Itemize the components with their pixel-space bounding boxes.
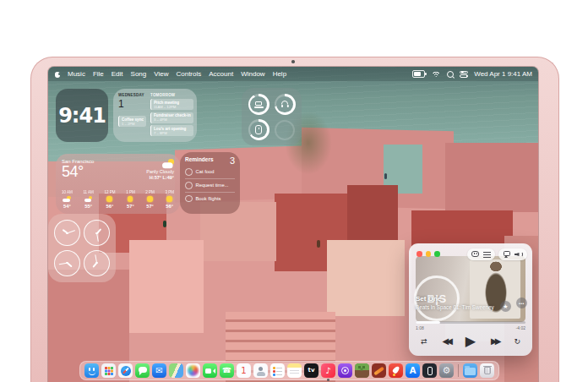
hour-temp: 57° [146,204,154,209]
calendar-event[interactable]: Lou's art opening 7 – 8PM [150,125,193,136]
world-clock-1 [54,220,80,246]
reminders-widget[interactable]: Reminders 3 Cat food Request time... [180,152,240,214]
hour-temp: 55° [84,204,92,209]
favorite-button[interactable]: ★ [500,301,511,312]
previous-button[interactable]: ◀◀ [443,337,450,346]
airplay-icon[interactable] [503,251,510,258]
search-icon[interactable] [447,71,454,78]
reminders-count: 3 [230,156,235,166]
menu-item[interactable]: Music [68,70,85,78]
wifi-icon[interactable] [431,71,441,77]
volume-icon[interactable] [514,251,523,258]
reminders-header: Reminders 3 [185,156,235,166]
calendar-event[interactable]: Pitch meeting 11AM – 12PM [150,99,193,110]
menu-item[interactable]: Controls [176,70,201,78]
dock-reminders[interactable] [270,363,285,378]
lyrics-icon[interactable] [471,251,479,258]
dock-finder[interactable] [84,363,99,378]
dock-maps[interactable] [169,363,183,378]
menu-item[interactable]: View [154,70,168,78]
menu-item[interactable]: Help [273,70,286,78]
more-button[interactable]: ••• [516,297,527,308]
track-metadata: Set One Beats In Space 01: Tim Sweeney [416,295,509,310]
reminder-item: Request time... [185,178,235,192]
dock-game[interactable] [355,363,369,378]
device-battery-icon [255,125,262,134]
reminder-checkbox[interactable] [185,168,193,176]
weather-hourly-row: 10 AM 54° 11 AM 55° 12 PM 56° [62,190,174,209]
dock-rocket-game[interactable] [389,363,403,378]
reminders-list: Cat food Request time... Book flights [185,166,235,205]
app-icon-glyph: A [410,367,416,375]
dock-photos[interactable] [186,363,200,378]
device-battery-icon [280,101,289,108]
calendar-tomorrow-column: TOMORROW Pitch meeting 11AM – 12PM Fundr… [150,93,193,138]
output-pill [498,248,527,260]
queue-icon[interactable] [483,252,491,258]
menu-item[interactable]: Edit [112,70,123,78]
dock-messages[interactable] [135,363,150,378]
menu-clock[interactable]: Wed Apr 1 9:41 AM [474,70,532,78]
reminder-item: Cat food [185,166,235,178]
reminder-checkbox[interactable] [185,182,193,189]
dock-notes[interactable] [287,363,302,378]
sun-icon [106,196,112,203]
reminder-checkbox[interactable] [185,195,193,203]
dock-podcasts[interactable] [338,363,352,378]
dock-app-store[interactable]: A [406,363,420,378]
dock-mail[interactable]: ✉ [152,363,166,378]
sun-icon [147,196,153,203]
dock-music[interactable]: ♪ [321,363,335,378]
dock-extras [463,363,494,378]
shuffle-button[interactable]: ⇄ [421,338,427,346]
calendar-event[interactable]: Coffee sync 1 – 2PM [118,116,146,127]
dock-iphone-mirroring[interactable] [422,363,437,378]
window-controls [416,251,440,257]
dock-downloads-folder[interactable] [463,363,477,378]
app-icon-glyph: ☎ [222,367,231,374]
control-center-icon[interactable] [460,70,468,78]
weather-hour: 3 PM 56° [165,190,174,209]
dock-facetime[interactable] [203,363,217,378]
clock-widget[interactable]: 9:41 [56,89,108,142]
apple-menu-icon[interactable] [54,70,61,78]
next-button[interactable]: ▶▶ [491,337,498,346]
menu-item[interactable]: File [93,70,104,78]
dock-divider [458,364,459,377]
weather-widget[interactable]: San Francisco 54° Partly Cloudy H:57° L:… [56,154,180,214]
play-button[interactable]: ▶ [466,335,476,348]
progress-bar[interactable] [416,321,525,324]
close-button[interactable] [416,251,422,257]
batteries-widget[interactable] [242,88,302,145]
calendar-today-events: Coffee sync 1 – 2PM [118,110,146,129]
calendar-event[interactable]: Fundraiser check-in 3 – 4PM [150,112,193,123]
calendar-today-column: WEDNESDAY 1 Coffee sync 1 – 2PM [118,93,146,138]
battery-icon[interactable] [412,70,425,78]
cloud-sun-icon [162,159,174,168]
dock-safari[interactable] [118,363,133,378]
dock-contacts[interactable] [253,363,268,378]
dock-trash[interactable] [480,363,494,378]
sun-icon [166,196,172,203]
menu-item[interactable]: Window [241,70,264,78]
menu-item[interactable]: Account [209,70,233,78]
dock-phone[interactable]: ☎ [220,363,234,378]
camera-dot [291,60,295,63]
dock-launchpad[interactable] [101,363,116,378]
menu-item[interactable]: Song [131,70,147,78]
world-clock-4 [84,250,110,276]
clock-time: 9:41 [58,104,106,128]
minimize-button[interactable] [426,251,432,257]
calendar-weekday: WEDNESDAY [118,93,146,97]
repeat-button[interactable]: ↻ [514,338,520,346]
dock-tv[interactable]: tv [304,363,318,378]
star-icon: ★ [503,303,508,310]
dock-settings[interactable]: ⚙ [439,363,454,378]
calendar-day-number: 1 [118,98,146,110]
zoom-button[interactable] [434,251,440,257]
dock-calendar[interactable]: 1 [237,363,251,378]
world-clock-widget[interactable] [48,214,116,282]
calendar-widget[interactable]: WEDNESDAY 1 Coffee sync 1 – 2PM TOMORROW [113,89,197,142]
weather-summary: San Francisco 54° Partly Cloudy H:57° L:… [62,159,174,180]
dock-drawing-app[interactable] [372,363,386,378]
